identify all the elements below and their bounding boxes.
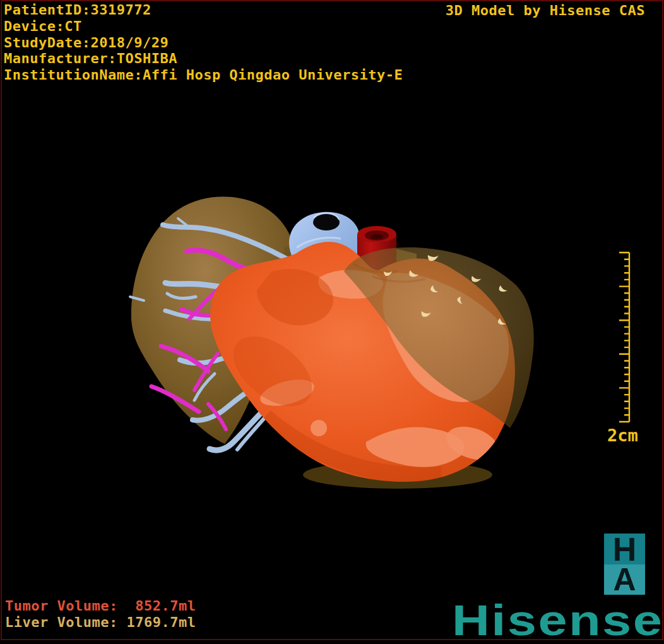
volume-readout-block: Tumor Volume: 852.7ml Liver Volume: 1769… [5, 598, 196, 631]
tumor-volume-readout: Tumor Volume: 852.7ml [5, 598, 196, 614]
hisense-logo: Hisense [452, 599, 663, 641]
vessel-opening-hole [313, 214, 340, 230]
scale-ruler: 2cm [600, 245, 647, 450]
viewer-title: 3D Model by Hisense CAS [446, 3, 645, 19]
badge-letter-a: A [604, 564, 645, 595]
hisense-cas-badge: H A [604, 534, 645, 595]
viewer-screen: PatientID:3319772 Device:CT StudyDate:20… [0, 0, 664, 644]
device-line: Device:CT [4, 18, 403, 35]
ruler-ticks [619, 253, 629, 422]
study-date-line: StudyDate:2018/9/29 [4, 35, 403, 51]
patient-id-line: PatientID:3319772 [4, 2, 403, 18]
institution-line: InstitutionName:Affi Hosp Qingdao Univer… [4, 67, 403, 83]
liver-3d-model-viewport[interactable] [0, 0, 664, 644]
scale-label: 2cm [607, 426, 638, 445]
patient-info-block: PatientID:3319772 Device:CT StudyDate:20… [4, 2, 403, 83]
badge-letter-h: H [604, 534, 645, 564]
liver-volume-readout: Liver Volume: 1769.7ml [5, 614, 196, 631]
manufacturer-line: Manufacturer:TOSHIBA [4, 51, 403, 67]
